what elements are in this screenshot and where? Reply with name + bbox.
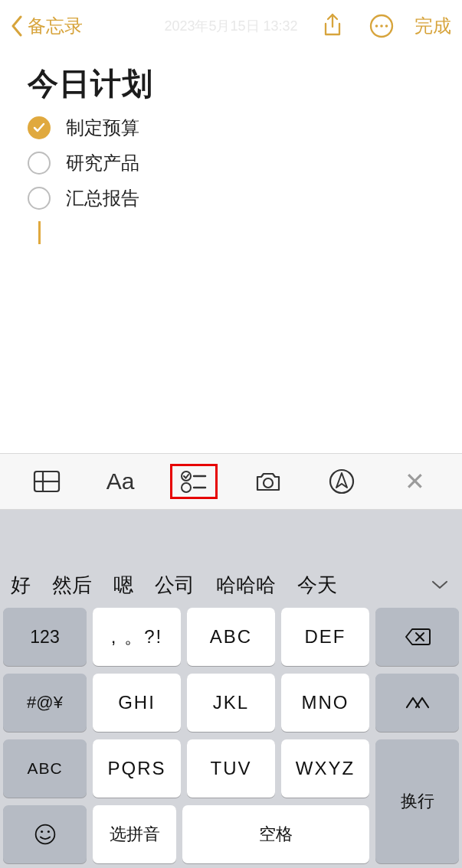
key-mno[interactable]: MNO [281, 674, 369, 732]
format-toolbar: Aa ✕ [0, 453, 462, 510]
key-wxyz[interactable]: WXYZ [281, 739, 369, 798]
note-title[interactable]: 今日计划 [28, 63, 434, 105]
share-button[interactable] [319, 13, 346, 39]
key-kaomoji[interactable] [375, 674, 459, 732]
key-123[interactable]: 123 [3, 608, 87, 666]
key-punct[interactable]: , 。?! [93, 608, 181, 666]
checklist-item[interactable]: 汇总报告 [28, 186, 434, 210]
toolbar-gap [0, 510, 462, 562]
checklist-button[interactable] [172, 462, 216, 501]
keyboard: 好 然后 嗯 公司 哈哈哈 今天 123 , 。?! ABC DEF #@¥ [0, 562, 462, 868]
key-return[interactable]: 换行 [375, 739, 459, 863]
candidate[interactable]: 好 [3, 572, 41, 599]
back-label: 备忘录 [28, 14, 83, 38]
candidate[interactable]: 嗯 [103, 572, 144, 599]
key-emoji[interactable] [3, 805, 87, 863]
highlight-box [170, 464, 218, 499]
back-button[interactable]: 备忘录 [11, 14, 83, 38]
camera-button[interactable] [246, 462, 290, 501]
candidate[interactable]: 今天 [287, 572, 348, 599]
header: 备忘录 2023年5月15日 13:32 完成 [0, 0, 462, 52]
key-backspace[interactable] [375, 608, 459, 666]
candidate-expand-button[interactable] [421, 566, 459, 604]
markup-button[interactable] [319, 462, 364, 501]
chevron-down-icon [431, 579, 448, 590]
key-symbols[interactable]: #@¥ [3, 674, 87, 732]
svg-point-15 [47, 830, 49, 833]
text-cursor [38, 221, 41, 244]
key-pinyin[interactable]: 选拼音 [93, 805, 176, 863]
table-button[interactable] [25, 462, 69, 501]
candidate[interactable]: 公司 [144, 572, 205, 599]
checklist-text[interactable]: 汇总报告 [66, 186, 139, 210]
backspace-icon [405, 626, 431, 648]
checklist-item[interactable]: 制定预算 [28, 116, 434, 140]
note-body[interactable]: 今日计划 制定预算 研究产品 汇总报告 [0, 52, 462, 453]
candidate[interactable]: 哈哈哈 [205, 572, 287, 599]
checklist-item[interactable]: 研究产品 [28, 151, 434, 175]
key-jkl[interactable]: JKL [187, 674, 275, 732]
key-pqrs[interactable]: PQRS [93, 739, 181, 798]
key-tuv[interactable]: TUV [187, 739, 275, 798]
svg-point-11 [264, 478, 273, 488]
svg-point-2 [380, 24, 383, 28]
candidate[interactable]: 然后 [41, 572, 103, 599]
emoji-icon [34, 823, 57, 846]
checkbox-empty[interactable] [28, 152, 51, 175]
more-icon [369, 13, 395, 39]
key-def[interactable]: DEF [281, 608, 369, 666]
share-icon [319, 13, 346, 39]
chevron-left-icon [11, 15, 23, 37]
checklist-text[interactable]: 研究产品 [66, 151, 139, 175]
candidate-bar: 好 然后 嗯 公司 哈哈哈 今天 [3, 562, 459, 608]
key-space[interactable]: 空格 [182, 805, 369, 863]
svg-point-3 [385, 24, 388, 28]
key-ghi[interactable]: GHI [93, 674, 181, 732]
more-button[interactable] [369, 13, 395, 39]
close-icon: ✕ [405, 467, 425, 496]
text-format-button[interactable]: Aa [98, 462, 143, 501]
kaomoji-icon [405, 693, 431, 712]
checkbox-empty[interactable] [28, 187, 51, 210]
markup-icon [328, 468, 356, 495]
svg-point-14 [41, 830, 43, 833]
done-button[interactable]: 完成 [414, 14, 451, 38]
check-icon [32, 121, 46, 135]
dismiss-toolbar-button[interactable]: ✕ [393, 462, 437, 501]
key-abc-mode[interactable]: ABC [3, 739, 87, 798]
key-abc[interactable]: ABC [187, 608, 275, 666]
svg-point-13 [35, 825, 54, 844]
svg-point-1 [375, 24, 378, 28]
aa-label: Aa [106, 468, 135, 494]
checkbox-checked[interactable] [28, 116, 51, 139]
checklist-text[interactable]: 制定预算 [66, 116, 139, 140]
camera-icon [254, 468, 282, 495]
table-icon [33, 468, 61, 495]
